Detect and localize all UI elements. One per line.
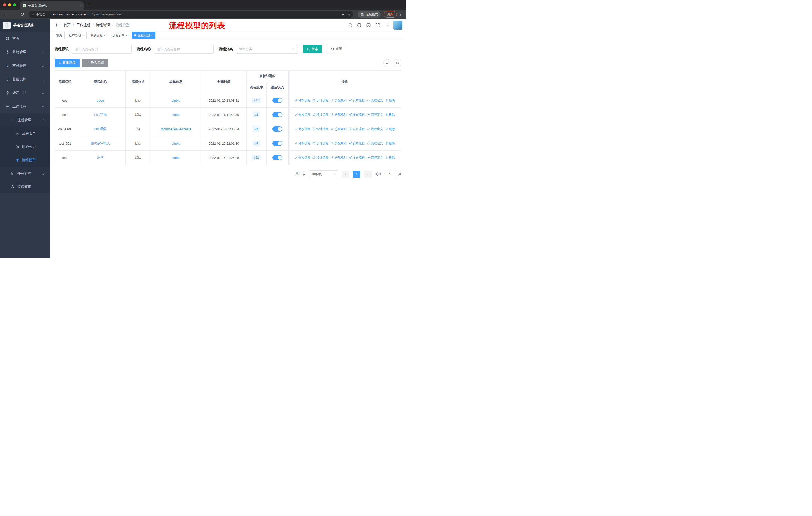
- back-icon[interactable]: ←: [2, 10, 10, 18]
- update-button[interactable]: 更新: [384, 11, 397, 18]
- avatar[interactable]: [394, 21, 403, 30]
- close-icon[interactable]: ×: [125, 34, 127, 37]
- process-name-link[interactable]: 测试多审批人: [91, 141, 110, 145]
- address-bar[interactable]: ⚠ 不安全 dashboard.yudao.iocoder.cn/bpm/man…: [29, 11, 353, 18]
- search-icon[interactable]: [348, 23, 353, 27]
- tag-process-model[interactable]: 流程模型×: [132, 32, 155, 39]
- action-publish-process[interactable]: 发布流程: [349, 127, 365, 131]
- action-process-definition[interactable]: 流程定义: [367, 98, 383, 103]
- app-logo[interactable]: 芋道管理系统: [0, 19, 50, 32]
- active-toggle[interactable]: [272, 141, 283, 146]
- next-page-button[interactable]: ›: [364, 170, 372, 178]
- action-delete[interactable]: 删除: [385, 127, 395, 131]
- action-assign-rule[interactable]: 分配规则: [331, 98, 347, 103]
- action-design-process[interactable]: 设计流程: [313, 113, 328, 117]
- minimize-window-button[interactable]: [8, 3, 11, 6]
- forward-icon[interactable]: →: [10, 10, 18, 18]
- help-icon[interactable]: [366, 23, 371, 27]
- close-icon[interactable]: ×: [82, 34, 84, 37]
- goto-page-input[interactable]: [384, 170, 396, 178]
- import-process-button[interactable]: 导入流程: [82, 59, 108, 67]
- close-window-button[interactable]: [3, 3, 6, 6]
- sidebar-item-process-management[interactable]: 流程管理: [0, 113, 50, 127]
- process-name-input[interactable]: [154, 45, 214, 54]
- maximize-window-button[interactable]: [13, 3, 16, 6]
- action-publish-process[interactable]: 发布流程: [349, 141, 365, 146]
- sidebar-item-process-model[interactable]: 流程模型: [0, 154, 50, 167]
- action-modify-process[interactable]: 修改流程: [294, 98, 310, 103]
- active-toggle[interactable]: [272, 98, 283, 103]
- sidebar-item-infrastructure[interactable]: 基础设施: [0, 73, 50, 86]
- reload-icon[interactable]: [19, 10, 26, 18]
- action-assign-rule[interactable]: 分配规则: [331, 127, 347, 131]
- tag-tenant-management[interactable]: 租户管理×: [66, 32, 87, 39]
- github-icon[interactable]: [357, 23, 362, 27]
- sidebar-item-home[interactable]: 首页: [0, 32, 50, 45]
- action-publish-process[interactable]: 发布流程: [349, 98, 365, 103]
- tag-my-process[interactable]: 我的流程×: [88, 32, 109, 39]
- process-name-link[interactable]: OA 请假: [94, 127, 107, 131]
- breadcrumb-item-process-management[interactable]: 流程管理: [96, 23, 110, 27]
- action-design-process[interactable]: 设计流程: [313, 156, 328, 160]
- page-size-select[interactable]: 10条/页: [309, 170, 338, 178]
- create-process-button[interactable]: + 新建流程: [55, 59, 80, 67]
- action-modify-process[interactable]: 修改流程: [294, 113, 310, 117]
- process-name-link[interactable]: 自己审批: [94, 113, 107, 116]
- browser-menu-icon[interactable]: ⋮: [398, 12, 404, 17]
- action-design-process[interactable]: 设计流程: [313, 141, 328, 146]
- action-design-process[interactable]: 设计流程: [313, 98, 328, 103]
- action-process-definition[interactable]: 流程定义: [367, 113, 383, 117]
- form-info-link[interactable]: biubiu: [172, 142, 180, 145]
- tag-process-form[interactable]: 流程表单×: [110, 32, 130, 39]
- sidebar-item-task-management[interactable]: 任务管理: [0, 167, 50, 180]
- breadcrumb-item-home[interactable]: 首页: [64, 23, 71, 27]
- action-modify-process[interactable]: 修改流程: [294, 156, 310, 160]
- security-label[interactable]: 不安全: [36, 12, 46, 17]
- action-delete[interactable]: 删除: [385, 156, 395, 160]
- action-process-definition[interactable]: 流程定义: [367, 127, 383, 131]
- action-assign-rule[interactable]: 分配规则: [331, 156, 347, 160]
- action-delete[interactable]: 删除: [385, 98, 395, 103]
- collapse-sidebar-icon[interactable]: [54, 21, 62, 29]
- show-search-button[interactable]: [383, 59, 391, 67]
- process-category-select[interactable]: 流程分类: [236, 45, 298, 54]
- font-size-icon[interactable]: [384, 23, 389, 27]
- refresh-table-button[interactable]: [394, 59, 402, 67]
- action-design-process[interactable]: 设计流程: [313, 127, 328, 131]
- form-info-link[interactable]: /bpm/oa/leave/create: [161, 127, 191, 131]
- sidebar-item-dev-tools[interactable]: 研发工具: [0, 86, 50, 100]
- key-icon[interactable]: [341, 12, 344, 17]
- action-assign-rule[interactable]: 分配规则: [331, 113, 347, 117]
- sidebar-item-system-management[interactable]: 系统管理: [0, 45, 50, 59]
- action-process-definition[interactable]: 流程定义: [367, 141, 383, 146]
- breadcrumb-item-workflow[interactable]: 工作流程: [76, 23, 90, 27]
- process-name-link[interactable]: 滔博: [97, 156, 104, 160]
- reset-button[interactable]: 重置: [327, 45, 346, 53]
- fullscreen-icon[interactable]: [375, 23, 380, 27]
- tag-home[interactable]: 首页: [54, 32, 65, 39]
- sidebar-item-workflow[interactable]: 工作流程: [0, 100, 50, 113]
- new-tab-button[interactable]: +: [86, 1, 93, 8]
- action-publish-process[interactable]: 发布流程: [349, 156, 365, 160]
- close-icon[interactable]: ×: [151, 34, 153, 37]
- form-info-link[interactable]: biubiu: [172, 113, 180, 117]
- bookmark-star-icon[interactable]: ☆: [347, 12, 351, 17]
- tab-close-icon[interactable]: ×: [79, 3, 81, 7]
- search-button[interactable]: 搜索: [303, 45, 322, 53]
- form-info-link[interactable]: biubiu: [172, 156, 180, 160]
- current-page-button[interactable]: 1: [353, 170, 360, 178]
- action-modify-process[interactable]: 修改流程: [294, 127, 310, 131]
- action-delete[interactable]: 删除: [385, 141, 395, 146]
- browser-tab[interactable]: 芋道管理系统 ×: [20, 1, 84, 9]
- action-assign-rule[interactable]: 分配规则: [331, 141, 347, 146]
- sidebar-item-leave-query[interactable]: 请假查询: [0, 180, 50, 193]
- process-id-input[interactable]: [72, 45, 132, 54]
- active-toggle[interactable]: [272, 155, 283, 160]
- sidebar-item-payment-management[interactable]: ¥ 支付管理: [0, 59, 50, 73]
- close-icon[interactable]: ×: [104, 34, 106, 37]
- action-delete[interactable]: 删除: [385, 113, 395, 117]
- prev-page-button[interactable]: ‹: [342, 170, 349, 178]
- form-info-link[interactable]: biubiu: [172, 99, 180, 102]
- active-toggle[interactable]: [272, 112, 283, 117]
- action-process-definition[interactable]: 流程定义: [367, 156, 383, 160]
